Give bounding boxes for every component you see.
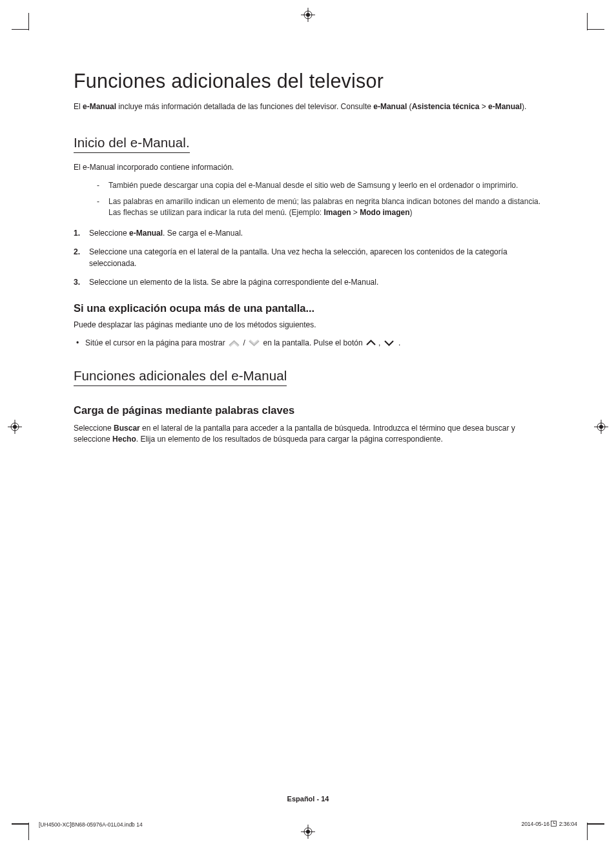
subsection-heading-keywords: Carga de páginas mediante palabras clave…: [74, 404, 542, 416]
steps-list: Seleccione e-Manual. Se carga el e-Manua…: [74, 228, 542, 289]
clock-icon: [551, 821, 557, 828]
registration-mark-icon: [8, 420, 22, 434]
registration-mark-icon: [594, 420, 608, 434]
bullet-item: Sitúe el cursor en la página para mostra…: [74, 338, 542, 349]
print-slug-datetime: 2014-05-16 2:36:04: [521, 821, 577, 828]
section1-lead: El e-Manual incorporado contiene informa…: [74, 162, 542, 173]
print-slug-file: [UH4500-XC]BN68-05976A-01L04.indb 14: [39, 821, 143, 828]
scroll-description: Puede desplazar las páginas mediante uno…: [74, 320, 542, 331]
chevron-down-icon: [384, 340, 395, 347]
section-heading-funciones: Funciones adicionales del e-Manual: [74, 368, 287, 386]
intro-paragraph: El e-Manual incluye más información deta…: [74, 101, 542, 112]
registration-mark-icon: [301, 8, 315, 22]
step-item: Seleccione un elemento de la lista. Se a…: [74, 277, 542, 288]
registration-mark-icon: [301, 825, 315, 839]
section-heading-inicio: Inicio del e-Manual.: [74, 135, 190, 153]
subsection-heading-scroll: Si una explicación ocupa más de una pant…: [74, 302, 542, 314]
page-title: Funciones adicionales del televisor: [74, 70, 542, 92]
chevron-down-soft-icon: [249, 340, 260, 347]
step-item: Seleccione una categoría en el lateral d…: [74, 247, 542, 269]
page-footer: Español - 14: [0, 795, 616, 803]
chevron-up-icon: [366, 340, 377, 347]
scroll-methods: Sitúe el cursor en la página para mostra…: [74, 338, 542, 349]
note-item: También puede descargar una copia del e-…: [97, 180, 542, 191]
keywords-paragraph: Seleccione Buscar en el lateral de la pa…: [74, 423, 542, 446]
chevron-up-soft-icon: [229, 340, 240, 347]
step-item: Seleccione e-Manual. Se carga el e-Manua…: [74, 228, 542, 239]
section1-notes: También puede descargar una copia del e-…: [97, 180, 542, 219]
note-item: Las palabras en amarillo indican un elem…: [97, 196, 542, 219]
